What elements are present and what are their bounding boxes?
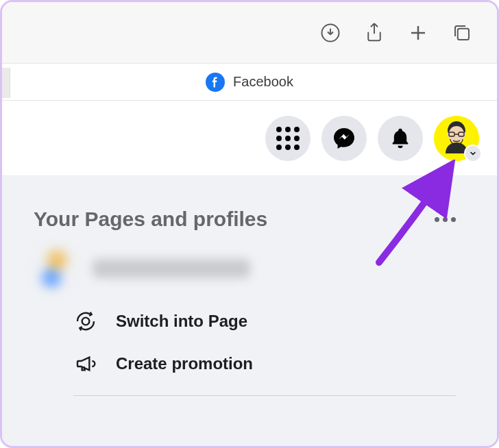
- menu-grid-icon: [276, 127, 300, 150]
- facebook-logo-icon: [206, 73, 225, 92]
- downloads-icon[interactable]: [320, 23, 341, 43]
- facebook-header: [2, 101, 497, 176]
- svg-rect-1: [458, 28, 469, 39]
- divider: [73, 395, 456, 396]
- profile-avatar-button[interactable]: [434, 116, 479, 161]
- svg-point-6: [82, 318, 90, 325]
- switch-into-page-button[interactable]: Switch into Page: [73, 309, 497, 334]
- megaphone-icon: [73, 351, 98, 376]
- page-name-redacted: [93, 259, 250, 278]
- pages-panel: Your Pages and profiles Switch into Page: [2, 176, 497, 446]
- tab-stub: [2, 68, 10, 98]
- site-title: Facebook: [233, 74, 293, 90]
- chevron-down-icon[interactable]: [464, 145, 482, 162]
- action-label: Switch into Page: [116, 312, 247, 331]
- create-promotion-button[interactable]: Create promotion: [73, 351, 497, 376]
- page-avatar-redacted: [34, 247, 76, 290]
- tab-overview-icon[interactable]: [452, 23, 472, 43]
- new-tab-icon[interactable]: [408, 23, 428, 43]
- menu-button[interactable]: [265, 116, 311, 161]
- browser-toolbar: [2, 2, 497, 64]
- action-label: Create promotion: [116, 354, 253, 373]
- messenger-icon: [332, 126, 356, 151]
- messenger-button[interactable]: [321, 116, 367, 161]
- more-options-button[interactable]: [435, 217, 456, 222]
- notifications-button[interactable]: [378, 116, 423, 161]
- page-profile-item[interactable]: [34, 247, 497, 290]
- browser-title-bar: Facebook: [2, 64, 497, 101]
- section-title: Your Pages and profiles: [34, 208, 267, 231]
- bell-icon: [389, 127, 412, 150]
- share-icon[interactable]: [364, 23, 385, 43]
- switch-profile-icon: [73, 309, 98, 334]
